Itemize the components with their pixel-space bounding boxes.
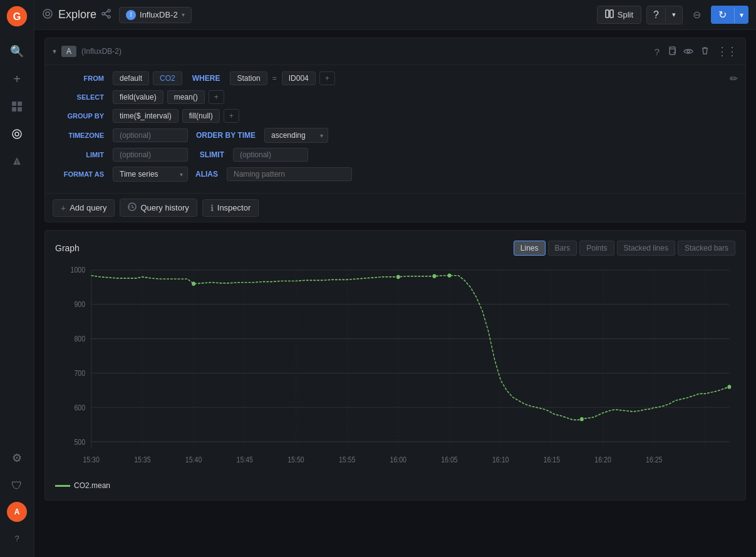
timezone-keyword: TIMEZONE <box>53 132 109 139</box>
where-add-button[interactable]: + <box>319 71 335 85</box>
sidebar: G 🔍 + ⚙ 🛡 A ? <box>0 0 34 557</box>
sidebar-item-dashboards[interactable] <box>4 94 29 119</box>
sidebar-item-alerting[interactable] <box>4 149 29 174</box>
where-field-tag[interactable]: Station <box>230 71 267 85</box>
share-icon[interactable] <box>101 9 111 21</box>
svg-text:700: 700 <box>74 369 85 377</box>
limit-row: LIMIT (optional) SLIMIT (optional) <box>53 148 738 162</box>
svg-point-12 <box>108 9 110 12</box>
datasource-icon: I <box>126 10 136 20</box>
svg-rect-17 <box>606 10 609 18</box>
sidebar-item-add[interactable]: + <box>4 66 29 91</box>
graph-title: Graph <box>55 243 80 253</box>
timezone-input[interactable]: (optional) <box>113 128 188 142</box>
select-field-tag[interactable]: field(value) <box>113 90 163 104</box>
datasource-selector[interactable]: I InfluxDB-2 ▾ <box>119 7 192 23</box>
limit-keyword: LIMIT <box>53 151 109 159</box>
graph-type-stacked-lines[interactable]: Stacked lines <box>617 241 675 256</box>
svg-point-13 <box>102 13 105 15</box>
select-row: SELECT field(value) mean() + <box>53 90 738 104</box>
svg-text:900: 900 <box>74 301 85 309</box>
query-drag-icon[interactable]: ⋮⋮ <box>715 43 738 60</box>
svg-text:600: 600 <box>74 403 85 412</box>
zoom-out-button[interactable]: ⊖ <box>688 6 706 24</box>
help-button[interactable]: ? <box>647 6 665 24</box>
from-keyword: FROM <box>53 75 109 82</box>
from-database-tag[interactable]: CO2 <box>153 71 182 85</box>
sidebar-item-explore[interactable] <box>4 122 29 147</box>
query-toolbar: + Add query Query history ℹ Ins <box>45 193 745 222</box>
group-by-add-button[interactable]: + <box>224 109 239 123</box>
alias-input[interactable] <box>227 167 352 181</box>
order-by-time-select[interactable]: ascending descending <box>264 128 328 143</box>
inspector-label: Inspector <box>217 203 251 212</box>
timezone-row: TIMEZONE (optional) ORDER BY TIME ascend… <box>53 128 738 143</box>
slimit-input[interactable]: (optional) <box>233 148 308 162</box>
limit-input[interactable]: (optional) <box>113 148 188 162</box>
query-help-icon[interactable]: ? <box>653 45 661 58</box>
graph-header: Graph Lines Bars Points Stacked lines St… <box>55 241 735 256</box>
query-history-button[interactable]: Query history <box>120 199 197 217</box>
query-datasource-label: (InfluxDB-2) <box>81 47 122 56</box>
select-func-tag[interactable]: mean() <box>167 90 205 104</box>
svg-text:G: G <box>13 11 21 22</box>
group-by-fill-tag[interactable]: fill(null) <box>182 109 220 123</box>
svg-text:16:20: 16:20 <box>594 455 611 464</box>
select-keyword: SELECT <box>53 93 109 101</box>
svg-point-7 <box>15 132 19 136</box>
user-avatar[interactable]: A <box>7 502 27 522</box>
help-dropdown-button[interactable]: ▾ <box>666 8 682 22</box>
content-area: ▾ A (InfluxDB-2) ? <box>34 30 756 557</box>
format-as-select[interactable]: Time series Table World map Logs <box>113 167 188 182</box>
svg-point-61 <box>433 274 437 279</box>
query-builder: FROM default CO2 WHERE Station = ID004 +… <box>45 65 745 193</box>
alias-keyword: ALIAS <box>192 170 223 179</box>
sidebar-item-server-admin[interactable]: 🛡 <box>4 473 29 498</box>
graph-type-lines[interactable]: Lines <box>514 241 546 256</box>
query-delete-icon[interactable] <box>700 45 710 58</box>
chart-container: 1000 900 800 700 600 500 <box>55 263 735 476</box>
graph-type-buttons: Lines Bars Points Stacked lines Stacked … <box>514 241 735 256</box>
query-eye-icon[interactable] <box>682 45 695 58</box>
grafana-logo[interactable]: G <box>6 5 28 28</box>
svg-point-63 <box>580 417 584 422</box>
sidebar-item-configuration[interactable]: ⚙ <box>4 445 29 471</box>
where-operator: = <box>271 74 278 83</box>
inspector-button[interactable]: ℹ Inspector <box>202 199 259 217</box>
where-value-tag[interactable]: ID004 <box>282 71 316 85</box>
svg-rect-19 <box>670 49 675 55</box>
split-label: Split <box>618 10 633 19</box>
query-actions: ? <box>653 43 738 60</box>
svg-point-20 <box>687 50 690 53</box>
graph-type-bars[interactable]: Bars <box>548 241 577 256</box>
query-copy-icon[interactable] <box>666 45 677 58</box>
refresh-button[interactable]: ↻ <box>711 6 734 24</box>
query-label: A <box>61 46 76 57</box>
svg-line-16 <box>105 14 108 16</box>
select-add-button[interactable]: + <box>209 90 224 104</box>
from-edit-button[interactable]: ✏ <box>730 73 738 85</box>
legend-label: CO2.mean <box>74 481 110 490</box>
order-by-time-select-wrapper: ascending descending ▾ <box>264 128 328 143</box>
from-default-tag[interactable]: default <box>113 71 149 85</box>
svg-rect-5 <box>18 107 22 112</box>
graph-panel: Graph Lines Bars Points Stacked lines St… <box>44 230 746 501</box>
refresh-dropdown-button[interactable]: ▾ <box>735 8 748 23</box>
sidebar-item-search[interactable]: 🔍 <box>4 39 29 64</box>
svg-text:800: 800 <box>74 335 85 343</box>
svg-text:16:00: 16:00 <box>390 455 406 464</box>
svg-text:15:45: 15:45 <box>237 455 253 464</box>
graph-type-stacked-bars[interactable]: Stacked bars <box>678 241 735 256</box>
collapse-button[interactable]: ▾ <box>53 47 56 56</box>
svg-point-59 <box>192 282 195 286</box>
sidebar-item-help[interactable]: ? <box>4 526 29 551</box>
svg-text:16:25: 16:25 <box>646 455 662 464</box>
add-query-button[interactable]: + Add query <box>53 199 115 217</box>
svg-line-15 <box>105 11 108 13</box>
group-by-time-tag[interactable]: time($_interval) <box>113 109 179 123</box>
slimit-keyword: SLIMIT <box>192 150 229 159</box>
svg-point-6 <box>13 130 21 138</box>
format-as-row: FORMAT AS Time series Table World map Lo… <box>53 167 738 182</box>
split-button[interactable]: Split <box>597 6 641 24</box>
graph-type-points[interactable]: Points <box>579 241 614 256</box>
